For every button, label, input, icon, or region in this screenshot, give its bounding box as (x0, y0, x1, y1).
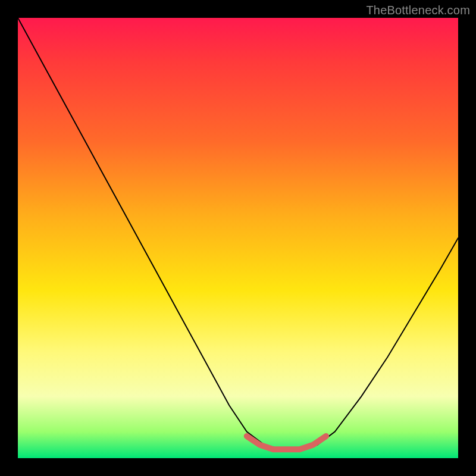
bottleneck-curve-path (18, 18, 458, 449)
optimal-band-path (247, 436, 326, 449)
watermark-text: TheBottleneck.com (366, 4, 470, 17)
chart-svg (18, 18, 458, 458)
plot-area (18, 18, 458, 458)
chart-frame: TheBottleneck.com (0, 0, 476, 476)
